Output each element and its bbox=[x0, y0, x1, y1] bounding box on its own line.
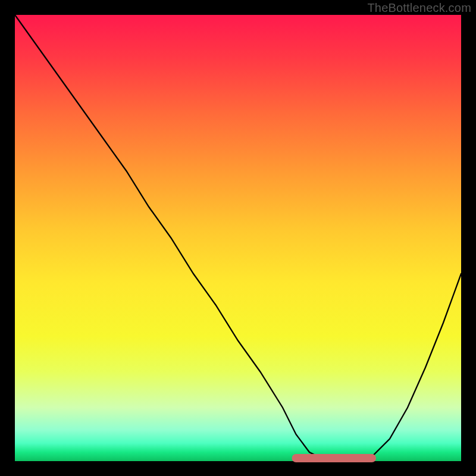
watermark-text: TheBottleneck.com bbox=[367, 1, 471, 15]
chart-frame: TheBottleneck.com bbox=[0, 0, 476, 476]
plot-area bbox=[15, 15, 461, 461]
curve-svg bbox=[15, 15, 461, 461]
bottleneck-curve bbox=[15, 15, 461, 461]
